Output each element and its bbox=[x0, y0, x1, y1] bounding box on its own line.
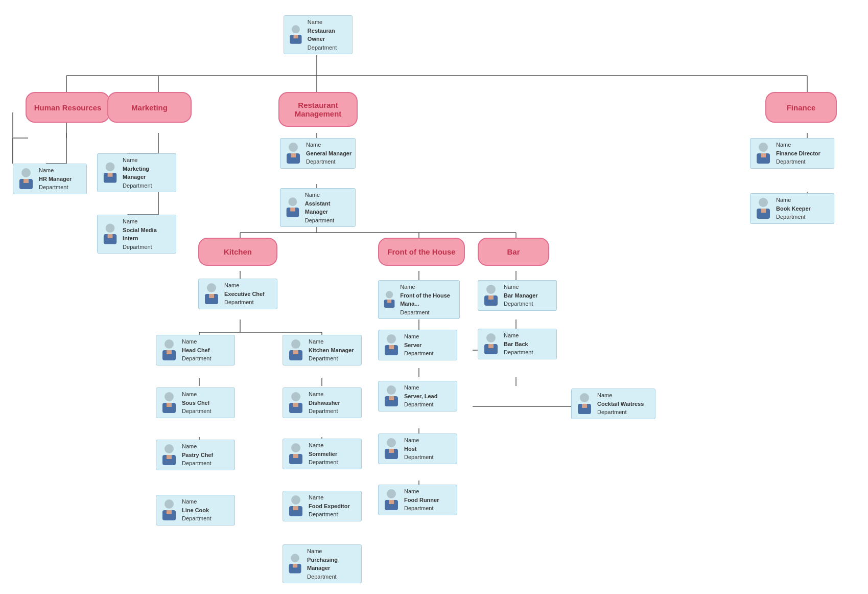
svg-point-80 bbox=[291, 339, 300, 349]
head-chef-card: Name Head Chef Department bbox=[156, 335, 235, 365]
head-chef-avatar bbox=[159, 338, 179, 362]
bookkeeper-avatar bbox=[754, 196, 773, 221]
finance-dept-box: Finance bbox=[765, 92, 837, 123]
foh-mgr-info: Name Front of the House Mana... Departme… bbox=[400, 283, 456, 316]
svg-point-119 bbox=[759, 143, 768, 152]
social-intern-name: Name bbox=[123, 217, 173, 226]
bar-back-card: Name Bar Back Department bbox=[478, 329, 557, 359]
svg-point-107 bbox=[387, 489, 396, 498]
cocktail-waitress-dept: Department bbox=[597, 408, 644, 417]
server-info: Name Server Department bbox=[404, 332, 433, 358]
general-mgr-dept: Department bbox=[306, 157, 351, 166]
exec-chef-avatar bbox=[202, 282, 221, 306]
kitchen-mgr-dept: Department bbox=[309, 354, 354, 363]
kitchen-mgr-role: Kitchen Manager bbox=[309, 346, 354, 355]
bookkeeper-dept: Department bbox=[776, 213, 811, 221]
hr-manager-dept: Department bbox=[39, 183, 72, 192]
svg-rect-67 bbox=[209, 294, 214, 298]
svg-point-92 bbox=[291, 554, 299, 563]
kitchen-mgr-card: Name Kitchen Manager Department bbox=[283, 335, 362, 365]
server-dept: Department bbox=[404, 349, 433, 358]
exec-chef-role: Executive Chef bbox=[224, 290, 265, 299]
svg-point-53 bbox=[106, 162, 115, 171]
head-chef-info: Name Head Chef Department bbox=[182, 337, 211, 363]
kitchen-dept-box: Kitchen bbox=[198, 238, 277, 266]
server-lead-name: Name bbox=[404, 383, 437, 392]
server-name: Name bbox=[404, 332, 433, 341]
hr-manager-card: Name HR Manager Department bbox=[13, 164, 87, 194]
svg-rect-94 bbox=[293, 564, 297, 567]
mkt-manager-info: Name Marketing Manager Department bbox=[123, 156, 173, 190]
bar-back-dept: Department bbox=[504, 348, 533, 357]
sous-chef-info: Name Sous Chef Department bbox=[182, 390, 211, 416]
food-exp-role: Food Expeditor bbox=[309, 502, 350, 511]
server-card: Name Server Department bbox=[378, 330, 457, 360]
mkt-manager-dept: Department bbox=[123, 181, 173, 190]
mkt-manager-card: Name Marketing Manager Department bbox=[97, 153, 176, 192]
dishwasher-dept: Department bbox=[309, 407, 340, 416]
food-runner-role: Food Runner bbox=[404, 496, 439, 505]
social-intern-card: Name Social Media Intern Department bbox=[97, 215, 176, 254]
bar-back-name: Name bbox=[504, 331, 533, 340]
svg-rect-88 bbox=[293, 454, 298, 458]
food-exp-card: Name Food Expeditor Department bbox=[283, 491, 362, 521]
exec-chef-info: Name Executive Chef Department bbox=[224, 281, 265, 307]
server-lead-dept: Department bbox=[404, 400, 437, 409]
pastry-chef-name: Name bbox=[182, 442, 213, 451]
mkt-manager-avatar bbox=[101, 161, 120, 185]
exec-chef-dept: Department bbox=[224, 298, 265, 307]
svg-point-62 bbox=[288, 197, 297, 206]
social-intern-dept: Department bbox=[123, 243, 173, 252]
foh-mgr-dept: Department bbox=[400, 308, 456, 317]
food-exp-info: Name Food Expeditor Department bbox=[309, 493, 350, 519]
social-intern-info: Name Social Media Intern Department bbox=[123, 217, 173, 251]
finance-dir-role: Finance Director bbox=[776, 149, 820, 158]
food-exp-avatar bbox=[286, 494, 306, 518]
svg-rect-121 bbox=[761, 153, 766, 157]
sommelier-name: Name bbox=[309, 441, 338, 450]
sommelier-card: Name Sommelier Department bbox=[283, 439, 362, 469]
finance-dir-dept: Department bbox=[776, 157, 820, 166]
server-lead-card: Name Server, Lead Department bbox=[378, 381, 457, 412]
svg-point-65 bbox=[207, 283, 216, 292]
svg-rect-118 bbox=[582, 404, 587, 408]
mkt-manager-role: Marketing Manager bbox=[123, 165, 173, 181]
svg-point-50 bbox=[21, 168, 31, 177]
purchasing-mgr-info: Name Purchasing Manager Department bbox=[307, 547, 358, 581]
head-chef-dept: Department bbox=[182, 354, 211, 363]
svg-rect-55 bbox=[108, 173, 113, 177]
general-mgr-name: Name bbox=[306, 141, 351, 149]
food-exp-dept: Department bbox=[309, 510, 350, 519]
line-cook-role: Line Cook bbox=[182, 506, 211, 515]
svg-point-68 bbox=[165, 339, 174, 349]
sous-chef-role: Sous Chef bbox=[182, 399, 211, 407]
bar-mgr-dept: Department bbox=[504, 300, 538, 308]
svg-point-59 bbox=[289, 143, 298, 152]
finance-dir-info: Name Finance Director Department bbox=[776, 141, 820, 166]
bar-mgr-card: Name Bar Manager Department bbox=[478, 280, 557, 311]
hr-manager-name: Name bbox=[39, 166, 72, 175]
bar-back-info: Name Bar Back Department bbox=[504, 331, 533, 357]
host-info: Name Host Department bbox=[404, 436, 433, 462]
purchasing-mgr-dept: Department bbox=[307, 573, 358, 581]
svg-rect-85 bbox=[293, 403, 298, 407]
server-lead-info: Name Server, Lead Department bbox=[404, 383, 437, 409]
asst-mgr-info: Name Assistant Manager Department bbox=[305, 191, 352, 224]
bookkeeper-name: Name bbox=[776, 196, 811, 204]
asst-mgr-dept: Department bbox=[305, 216, 352, 225]
exec-chef-name: Name bbox=[224, 281, 265, 290]
svg-point-95 bbox=[386, 291, 393, 298]
bar-dept-box: Bar bbox=[478, 238, 549, 266]
svg-point-71 bbox=[165, 392, 174, 401]
svg-point-56 bbox=[106, 223, 115, 233]
kitchen-dept-label: Kitchen bbox=[224, 247, 252, 256]
pastry-chef-info: Name Pastry Chef Department bbox=[182, 442, 213, 468]
foh-dept-box: Front of the House bbox=[378, 238, 465, 266]
owner-name: Name bbox=[308, 18, 349, 27]
svg-rect-52 bbox=[24, 179, 29, 183]
exec-chef-card: Name Executive Chef Department bbox=[198, 279, 277, 309]
svg-rect-64 bbox=[290, 208, 295, 212]
svg-rect-109 bbox=[389, 500, 394, 504]
svg-rect-106 bbox=[389, 449, 394, 453]
bar-back-avatar bbox=[481, 332, 501, 356]
